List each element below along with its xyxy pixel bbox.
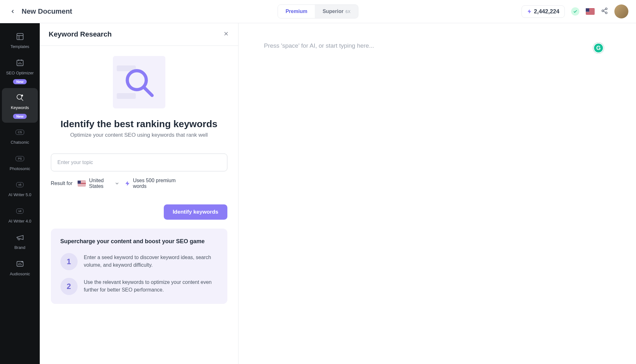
topic-input[interactable] <box>51 154 227 171</box>
locale-flag-us[interactable] <box>586 8 595 15</box>
chatsonic-icon: CS <box>16 130 24 135</box>
hero-illustration <box>113 56 165 108</box>
us-flag-icon <box>78 181 86 186</box>
step-text: Enter a seed keyword to discover keyword… <box>84 253 218 270</box>
back-button[interactable] <box>8 6 18 17</box>
editor-placeholder: Press 'space' for AI, or start typing he… <box>264 42 611 49</box>
info-card: Supercharge your content and boost your … <box>51 229 227 304</box>
sidebar-item-label: AI Writer 5.0 <box>8 192 31 198</box>
plan-toggle: Premium Superior 6X <box>278 4 358 18</box>
sidebar-item-chatsonic[interactable]: CS Chatsonic <box>0 123 40 149</box>
svg-line-3 <box>604 11 605 12</box>
document-title[interactable]: New Document <box>22 7 72 16</box>
status-check-badge[interactable] <box>571 7 579 16</box>
sidebar-item-label: Brand <box>14 245 25 251</box>
bolt-icon <box>527 9 532 14</box>
sidebar-item-photosonic[interactable]: PS Photosonic <box>0 149 40 175</box>
sidebar-item-label: Photosonic <box>10 166 30 172</box>
topbar: New Document Premium Superior 6X 2,442,2… <box>0 0 636 23</box>
sidebar-item-audiosonic[interactable]: Audiosonic <box>0 254 40 281</box>
svg-point-21 <box>21 261 23 262</box>
country-name: United States <box>89 178 111 189</box>
templates-icon <box>16 32 24 41</box>
sidebar-item-ai-writer-4[interactable]: v4 AI Writer 4.0 <box>0 202 40 228</box>
hero-headline: Identify the best ranking keywords <box>60 119 217 129</box>
svg-point-0 <box>605 8 607 10</box>
plan-superior-label: Superior <box>322 9 343 14</box>
sidebar-item-keywords[interactable]: Keywords New <box>2 88 38 123</box>
sidebar-item-seo-optimizer[interactable]: SEO Optimizer New <box>0 53 40 88</box>
new-badge: New <box>13 79 27 84</box>
new-badge: New <box>13 114 27 119</box>
keywords-icon <box>16 93 24 102</box>
photosonic-icon: PS <box>16 156 24 161</box>
info-step-2: 2 Use the relevant keywords to optimize … <box>60 278 218 295</box>
svg-line-25 <box>144 87 152 95</box>
ai-writer-4-icon: v4 <box>16 209 24 214</box>
user-avatar[interactable] <box>614 4 628 18</box>
sidebar-item-ai-writer-5[interactable]: v5 AI Writer 5.0 <box>0 175 40 202</box>
svg-point-16 <box>21 95 23 96</box>
chevron-left-icon <box>10 9 16 14</box>
plan-superior-badge: 6X <box>345 9 350 14</box>
result-for-label: Result for <box>51 181 73 186</box>
step-text: Use the relevant keywords to optimize yo… <box>84 278 218 295</box>
sidebar-item-label: Templates <box>10 44 29 50</box>
sidebar-item-label: AI Writer 4.0 <box>8 219 31 224</box>
plan-superior[interactable]: Superior 6X <box>315 5 358 18</box>
svg-rect-5 <box>17 33 23 40</box>
plan-premium[interactable]: Premium <box>278 5 315 18</box>
sidebar-item-label: Audiosonic <box>10 271 30 277</box>
close-panel-button[interactable] <box>223 31 229 38</box>
svg-line-4 <box>604 9 605 10</box>
share-button[interactable] <box>601 7 608 16</box>
keyword-research-panel: Keyword Research Identify the best ranki… <box>40 23 238 364</box>
chevron-down-icon <box>114 181 120 186</box>
svg-line-15 <box>21 99 23 101</box>
sidebar-item-label: Keywords <box>11 105 29 111</box>
sidebar: Templates SEO Optimizer New Keywords New… <box>0 23 40 364</box>
svg-point-2 <box>605 12 607 14</box>
sidebar-item-label: Chatsonic <box>11 140 29 145</box>
close-icon <box>223 31 229 37</box>
sidebar-item-label: SEO Optimizer <box>6 71 34 76</box>
magnifier-icon <box>121 65 156 100</box>
grammarly-badge[interactable]: G <box>593 42 604 54</box>
info-card-title: Supercharge your content and boost your … <box>60 237 218 245</box>
editor-area[interactable]: Press 'space' for AI, or start typing he… <box>238 23 636 364</box>
share-icon <box>601 7 608 14</box>
check-icon <box>573 9 577 14</box>
credits-display[interactable]: 2,442,224 <box>522 5 565 18</box>
credits-value: 2,442,224 <box>534 8 559 15</box>
ai-writer-5-icon: v5 <box>16 182 24 187</box>
hero-subtitle: Optimize your content SEO using keywords… <box>70 132 208 138</box>
sidebar-item-templates[interactable]: Templates <box>0 27 40 53</box>
megaphone-icon <box>16 233 24 242</box>
identify-keywords-button[interactable]: Identify keywords <box>164 204 227 220</box>
panel-title: Keyword Research <box>49 30 112 38</box>
sidebar-item-brand[interactable]: Brand <box>0 228 40 254</box>
country-select[interactable]: United States <box>78 178 120 189</box>
audiosonic-icon <box>16 260 24 268</box>
info-step-1: 1 Enter a seed keyword to discover keywo… <box>60 253 218 270</box>
svg-point-14 <box>17 94 22 99</box>
step-number: 2 <box>60 278 78 295</box>
usage-info: Uses 500 premium words <box>125 178 184 189</box>
usage-text: Uses 500 premium words <box>133 178 184 189</box>
svg-point-1 <box>602 10 604 12</box>
step-number: 1 <box>60 253 78 270</box>
bolt-icon <box>125 181 130 186</box>
seo-optimizer-icon <box>16 59 24 67</box>
